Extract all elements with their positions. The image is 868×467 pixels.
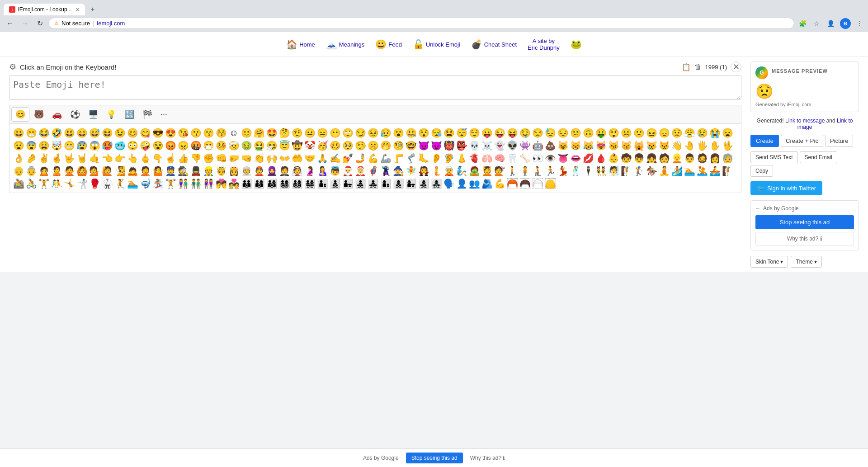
emoji-cell[interactable]: 🤓 <box>405 139 417 152</box>
emoji-cell[interactable]: 🤔 <box>278 127 291 139</box>
cat-tab-symbols[interactable]: 💡 <box>103 108 120 121</box>
emoji-cell[interactable]: 🦶 <box>417 152 430 165</box>
emoji-cell[interactable]: 👨‍👩‍👧‍👧 <box>303 177 316 190</box>
create-plus-pic-button[interactable]: Create + Pic <box>781 135 823 147</box>
why-this-ad-button[interactable]: Why this ad? ℹ <box>755 232 854 245</box>
emoji-cell[interactable]: 🧜 <box>430 165 443 177</box>
copy-button[interactable]: Copy <box>750 165 773 177</box>
emoji-cell[interactable]: 😀 <box>12 127 25 139</box>
emoji-cell[interactable]: 🎅 <box>341 165 354 177</box>
emoji-cell[interactable]: 🥴 <box>329 139 341 152</box>
emoji-cell[interactable]: 🦹 <box>379 165 392 177</box>
emoji-cell[interactable]: 🤙 <box>88 152 101 165</box>
skin-tone-button[interactable]: Skin Tone ▾ <box>750 256 788 268</box>
emoji-cell[interactable]: 🦰 <box>506 177 519 190</box>
emoji-cell[interactable]: 👴 <box>12 165 25 177</box>
emoji-cell[interactable]: 💩 <box>544 139 557 152</box>
emoji-cell[interactable]: 😬 <box>63 139 75 152</box>
emoji-cell[interactable]: 🤺 <box>75 177 88 190</box>
stop-seeing-ad-button[interactable]: Stop seeing this ad <box>755 215 854 229</box>
cat-tab-travel[interactable]: 🚗 <box>48 108 66 121</box>
emoji-cell[interactable]: 🤫 <box>367 139 379 152</box>
settings-icon[interactable]: ⚙ <box>9 62 16 72</box>
emoji-cell[interactable]: 😝 <box>506 127 519 139</box>
emoji-cell[interactable]: 👈 <box>101 152 113 165</box>
emoji-cell[interactable]: 🤸 <box>63 177 75 190</box>
emoji-cell[interactable]: 👨 <box>683 152 696 165</box>
emoji-cell[interactable]: 🤟 <box>63 152 75 165</box>
emoji-cell[interactable]: 🤾 <box>113 177 126 190</box>
emoji-cell[interactable]: ☺️ <box>227 127 240 139</box>
nav-meanings[interactable]: 🗻 Meanings <box>326 39 364 50</box>
bookmark-button[interactable]: ☆ <box>812 18 821 29</box>
emoji-cell[interactable]: 😇 <box>278 139 291 152</box>
emoji-cell[interactable]: ✋ <box>708 139 721 152</box>
cat-tab-objects[interactable]: 🖥️ <box>85 108 102 121</box>
emoji-cell[interactable]: 🤡 <box>303 139 316 152</box>
emoji-cell[interactable]: 🦷 <box>506 152 519 165</box>
emoji-cell[interactable]: 🥵 <box>101 139 113 152</box>
emoji-cell[interactable]: 🙍 <box>38 165 50 177</box>
nav-home[interactable]: 🏠 Home <box>286 39 315 50</box>
emoji-cell[interactable]: 🤷 <box>151 165 164 177</box>
emoji-cell[interactable]: 🤗 <box>253 127 265 139</box>
emoji-cell[interactable]: 😈 <box>417 139 430 152</box>
emoji-cell[interactable]: 😸 <box>569 139 582 152</box>
emoji-cell[interactable]: 😦 <box>721 127 734 139</box>
emoji-input[interactable] <box>9 75 741 100</box>
emoji-cell[interactable]: 😗 <box>189 127 202 139</box>
emoji-cell[interactable]: 🧝 <box>443 165 455 177</box>
emoji-cell[interactable]: 😤 <box>683 127 696 139</box>
emoji-cell[interactable]: 🖕 <box>139 152 151 165</box>
emoji-cell[interactable]: 🏌️ <box>632 165 645 177</box>
emoji-cell[interactable]: 🤚 <box>683 139 696 152</box>
emoji-cell[interactable]: 😉 <box>113 127 126 139</box>
emoji-cell[interactable]: 💪 <box>493 177 506 190</box>
emoji-cell[interactable]: ☹️ <box>620 127 632 139</box>
emoji-cell[interactable]: 🧛 <box>417 165 430 177</box>
emoji-cell[interactable]: 🧑 <box>658 152 670 165</box>
emoji-cell[interactable]: 😩 <box>38 139 50 152</box>
emoji-cell[interactable]: 🧒 <box>620 152 632 165</box>
emoji-cell[interactable]: 👨‍👦 <box>316 177 329 190</box>
emoji-cell[interactable]: 😰 <box>75 139 88 152</box>
emoji-cell[interactable]: 👤 <box>455 177 468 190</box>
emoji-cell[interactable]: 🙆 <box>75 165 88 177</box>
emoji-cell[interactable]: 👇 <box>151 152 164 165</box>
emoji-cell[interactable]: 😾 <box>658 139 670 152</box>
emoji-cell[interactable]: 🤯 <box>50 139 63 152</box>
emoji-cell[interactable]: 🧚 <box>405 165 417 177</box>
emoji-cell[interactable]: 🦻 <box>443 152 455 165</box>
emoji-cell[interactable]: 😎 <box>151 127 164 139</box>
emoji-cell[interactable]: 🦱 <box>519 177 531 190</box>
emoji-cell[interactable]: 👊 <box>215 152 227 165</box>
emoji-cell[interactable]: 👩‍👧‍👦 <box>417 177 430 190</box>
emoji-cell[interactable]: 🤰 <box>303 165 316 177</box>
emoji-cell[interactable]: 👥 <box>468 177 481 190</box>
emoji-cell[interactable]: 🙅 <box>63 165 75 177</box>
copy-small-button[interactable]: 📋 <box>682 63 691 71</box>
emoji-cell[interactable]: 👵 <box>25 165 38 177</box>
emoji-cell[interactable]: 😃 <box>63 127 75 139</box>
emoji-cell[interactable]: 🤵 <box>278 165 291 177</box>
emoji-cell[interactable]: 🙌 <box>265 152 278 165</box>
emoji-cell[interactable]: 🤤 <box>519 127 531 139</box>
emoji-cell[interactable]: 👩‍👧 <box>405 177 417 190</box>
emoji-cell[interactable]: 💀 <box>468 139 481 152</box>
emoji-cell[interactable]: 🧙 <box>392 165 405 177</box>
emoji-cell[interactable]: 👰 <box>291 165 303 177</box>
emoji-cell[interactable]: 🤶 <box>354 165 367 177</box>
emoji-cell[interactable]: 🏃 <box>544 165 557 177</box>
emoji-cell[interactable]: 🙇 <box>126 165 139 177</box>
emoji-cell[interactable]: 👍 <box>177 152 189 165</box>
emoji-cell[interactable]: 👲 <box>253 165 265 177</box>
emoji-cell[interactable]: 🫂 <box>481 177 493 190</box>
nav-unlock-emoji[interactable]: 🔓 Unlock Emoji <box>413 39 460 50</box>
emoji-cell[interactable]: 🤿 <box>139 177 151 190</box>
emoji-cell[interactable]: 🙄 <box>341 127 354 139</box>
emoji-cell[interactable]: 😼 <box>607 139 620 152</box>
menu-button[interactable]: ⋮ <box>854 18 864 29</box>
emoji-cell[interactable]: 👩‍👦‍👦 <box>392 177 405 190</box>
delete-button[interactable]: 🗑 <box>694 63 702 71</box>
emoji-cell[interactable]: 🤒 <box>215 139 227 152</box>
